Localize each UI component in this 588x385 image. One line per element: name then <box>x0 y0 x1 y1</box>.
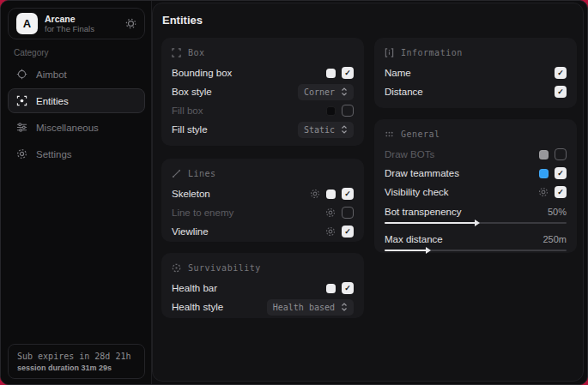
category-label: Category <box>14 48 49 57</box>
slider-label: Max distance <box>385 234 543 244</box>
setting-row-draw-bots: Draw BOTs ✓ <box>385 145 567 164</box>
checkbox[interactable]: ✓ <box>342 67 354 79</box>
setting-label: Box style <box>172 87 298 97</box>
sub-expires-text: Sub expires in 28d 21h <box>17 352 136 361</box>
chevron-up-down-icon <box>341 87 348 96</box>
slider-fill <box>385 222 476 224</box>
setting-row-viewline: Viewline ✓ <box>172 222 354 241</box>
gear-icon[interactable] <box>325 208 336 218</box>
sidebar-item-aimbot[interactable]: Aimbot <box>8 62 145 87</box>
slider-track[interactable] <box>385 222 567 224</box>
subscription-info-box: Sub expires in 28d 21h session duration … <box>8 344 145 379</box>
card-survivability-header: Survivability <box>172 262 354 274</box>
checkbox[interactable]: ✓ <box>555 86 567 98</box>
gear-icon[interactable] <box>310 189 320 199</box>
checkbox[interactable]: ✓ <box>555 167 567 179</box>
color-swatch[interactable] <box>326 106 336 116</box>
slider-max-distance: Max distance 250m <box>385 231 567 251</box>
app-name: Arcane <box>45 14 118 24</box>
card-title: Information <box>401 48 463 57</box>
sidebar-item-label: Aimbot <box>36 69 67 80</box>
sidebar-nav: Aimbot Entities Miscellaneous <box>8 62 145 166</box>
corner-box-icon <box>172 48 181 57</box>
session-duration-text: session duration 31m 29s <box>17 364 136 372</box>
slider-thumb[interactable] <box>475 220 480 226</box>
checkbox[interactable]: ✓ <box>342 226 354 238</box>
sidebar-item-miscellaneous[interactable]: Miscellaneous <box>8 115 145 140</box>
card-box-header: Box <box>172 46 354 59</box>
checkbox[interactable]: ✓ <box>555 67 567 79</box>
setting-row-name: Name ✓ <box>385 63 567 82</box>
setting-label: Viewline <box>172 226 325 237</box>
checkbox[interactable]: ✓ <box>555 148 567 160</box>
setting-row-draw-teammates: Draw teammates ✓ <box>385 164 567 183</box>
setting-label: Draw teammates <box>385 168 539 178</box>
setting-label: Draw BOTs <box>385 149 539 159</box>
checkbox[interactable]: ✓ <box>342 105 354 117</box>
gear-icon <box>15 148 27 159</box>
sidebar-item-settings[interactable]: Settings <box>8 141 145 166</box>
setting-row-health-bar: Health bar ✓ <box>172 279 354 298</box>
slider-fill <box>385 250 427 251</box>
gear-icon[interactable] <box>125 18 136 29</box>
card-title: Lines <box>188 169 216 178</box>
card-information-header: Information <box>385 46 567 59</box>
setting-label: Health bar <box>172 283 326 293</box>
setting-label: Line to enemy <box>172 208 325 218</box>
setting-row-line-to-enemy: Line to enemy ✓ <box>172 203 354 222</box>
slider-track[interactable] <box>385 250 567 251</box>
setting-label: Health style <box>172 302 267 312</box>
slider-thumb[interactable] <box>426 247 431 254</box>
card-title: Survivability <box>188 263 261 273</box>
slider-bot-transparency: Bot transpenency 50% <box>385 203 567 224</box>
setting-row-fill-style: Fill style Static <box>172 120 354 139</box>
chevron-up-down-icon <box>341 303 348 311</box>
color-swatch[interactable] <box>326 69 336 78</box>
fill-style-dropdown[interactable]: Static <box>298 122 354 138</box>
setting-label: Skeleton <box>172 189 310 199</box>
app-logo: A <box>16 13 38 34</box>
box-style-dropdown[interactable]: Corner <box>298 84 354 100</box>
setting-label: Visibility check <box>385 187 538 197</box>
slider-value: 250m <box>543 234 567 244</box>
setting-label: Name <box>385 68 555 78</box>
setting-row-health-style: Health style Health based <box>172 298 354 316</box>
setting-row-fill-box: Fill box ✓ <box>172 101 354 120</box>
checkbox[interactable]: ✓ <box>342 282 354 294</box>
dropdown-value: Corner <box>304 87 335 97</box>
card-title: Box <box>188 48 205 57</box>
sliders-icon <box>15 122 27 133</box>
grid-dots-icon <box>385 129 394 139</box>
color-swatch[interactable] <box>539 150 549 159</box>
setting-row-bounding-box: Bounding box ✓ <box>172 63 354 82</box>
card-lines-header: Lines <box>172 167 354 180</box>
checkbox[interactable]: ✓ <box>555 186 567 198</box>
gear-icon[interactable] <box>325 226 336 237</box>
checkbox[interactable]: ✓ <box>342 188 354 200</box>
gear-icon[interactable] <box>538 187 549 197</box>
setting-label: Fill style <box>172 124 298 135</box>
app-window: A Arcane for The Finals Category Aimbot <box>0 0 588 385</box>
page-title: Entities <box>162 14 203 27</box>
color-swatch[interactable] <box>326 284 336 293</box>
slider-label: Bot transpenency <box>385 207 548 217</box>
card-lines: Lines Skeleton ✓ Line to enemy <box>161 159 364 242</box>
sidebar-item-entities[interactable]: Entities <box>8 88 145 113</box>
setting-row-skeleton: Skeleton ✓ <box>172 184 354 203</box>
checkbox[interactable]: ✓ <box>342 207 354 219</box>
info-icon <box>385 48 394 57</box>
crosshair-icon <box>15 69 27 80</box>
chevron-up-down-icon <box>341 125 348 134</box>
setting-label: Fill box <box>172 105 326 116</box>
color-swatch[interactable] <box>539 169 549 178</box>
brand-card: A Arcane for The Finals <box>8 8 145 39</box>
main-panel: Entities Box Bounding box ✓ Box style <box>152 3 584 382</box>
card-survivability: Survivability Health bar ✓ Health style … <box>161 253 364 318</box>
brand-text: Arcane for The Finals <box>45 14 118 33</box>
setting-row-distance: Distance ✓ <box>385 82 567 101</box>
color-swatch[interactable] <box>326 189 336 199</box>
health-style-dropdown[interactable]: Health based <box>267 299 354 316</box>
slider-value: 50% <box>548 207 567 217</box>
card-box: Box Bounding box ✓ Box style Corner <box>161 38 364 146</box>
entities-icon <box>15 95 27 106</box>
